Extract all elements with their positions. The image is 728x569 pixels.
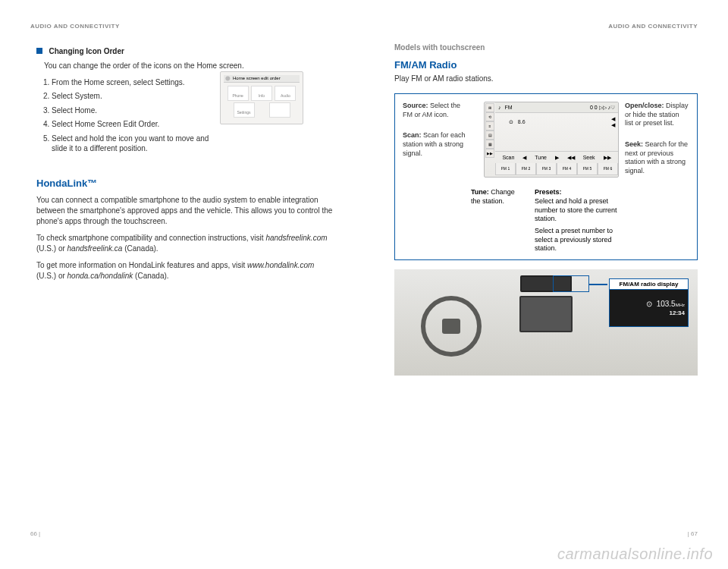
label-tune: Tune: Change the station. bbox=[471, 188, 524, 253]
home-screen-edit-figure: Home screen edit order Phone Info Audio … bbox=[220, 71, 303, 124]
label-scan: Scan: Scan for each station with a stron… bbox=[403, 131, 467, 158]
section1-intro: You can change the order of the icons on… bbox=[44, 61, 334, 71]
figure-icon-settings: Settings bbox=[234, 102, 255, 118]
dashboard-photo: H FM/AM radio display ⊙ 103.5MHz 12:34 bbox=[394, 269, 698, 376]
step-2: Select System. bbox=[52, 91, 212, 102]
right-page: AUDIO AND CONNECTIVITY Models with touch… bbox=[364, 0, 728, 569]
step-4: Select Home Screen Edit Order. bbox=[52, 119, 212, 130]
label-seek: Seek: Search for the next or previous st… bbox=[625, 140, 689, 176]
hondalink-p3: To get more information on HondaLink fea… bbox=[36, 260, 334, 281]
left-page: AUDIO AND CONNECTIVITY Changing Icon Ord… bbox=[0, 0, 364, 569]
hondalink-heading: HondaLink™ bbox=[36, 178, 334, 189]
callout-fm-am-display: FM/AM radio display ⊙ 103.5MHz 12:34 bbox=[609, 278, 689, 327]
step-1: From the Home screen, select Settings. bbox=[52, 77, 212, 88]
label-open-close: Open/close: Display or hide the station … bbox=[625, 102, 689, 128]
steps-list: From the Home screen, select Settings. S… bbox=[52, 77, 212, 154]
watermark: carmanualsonline.info bbox=[557, 545, 713, 563]
radio-side-buttons: ⊞⟲≡▤▦▶▶ bbox=[485, 103, 494, 158]
header-right: AUDIO AND CONNECTIVITY bbox=[394, 23, 698, 30]
hondalink-p1: You can connect a compatible smartphone … bbox=[36, 195, 334, 227]
figure-caption: Home screen edit order bbox=[224, 75, 300, 83]
radio-diagram: Source: Select the FM or AM icon. Scan: … bbox=[394, 93, 698, 260]
label-source: Source: Select the FM or AM icon. bbox=[403, 102, 467, 119]
label-presets: Presets: Select and hold a preset number… bbox=[535, 188, 621, 253]
fm-am-heading: FM/AM Radio bbox=[394, 59, 698, 71]
page-number-right: | 67 bbox=[688, 530, 698, 537]
models-line: Models with touchscreen bbox=[394, 43, 698, 52]
center-touchscreen-icon bbox=[519, 296, 573, 332]
header-left: AUDIO AND CONNECTIVITY bbox=[30, 23, 334, 30]
step-5: Select and hold the icon you want to mov… bbox=[52, 134, 212, 154]
fm-am-subtitle: Play FM or AM radio stations. bbox=[394, 74, 698, 83]
changing-icon-order-heading: Changing Icon Order bbox=[49, 47, 124, 55]
figure-icon-audio: Audio bbox=[275, 86, 296, 101]
figure-icon-phone: Phone bbox=[228, 86, 249, 101]
steering-wheel-icon: H bbox=[421, 296, 482, 357]
step-3: Select Home. bbox=[52, 105, 212, 116]
hondalink-p2: To check smartphone compatibility and co… bbox=[36, 233, 334, 254]
figure-icon-blank bbox=[269, 102, 290, 118]
figure-icon-info: Info bbox=[251, 86, 272, 101]
page-number-left: 66 | bbox=[30, 530, 40, 537]
radio-screen-figure: ⊞⟲≡▤▦▶▶ ♪FM0 0 ▷▷ ♪♡ ⊙ 8.6 ◀◀ Scan ◀Tune… bbox=[484, 102, 619, 178]
section-marker bbox=[36, 48, 42, 54]
